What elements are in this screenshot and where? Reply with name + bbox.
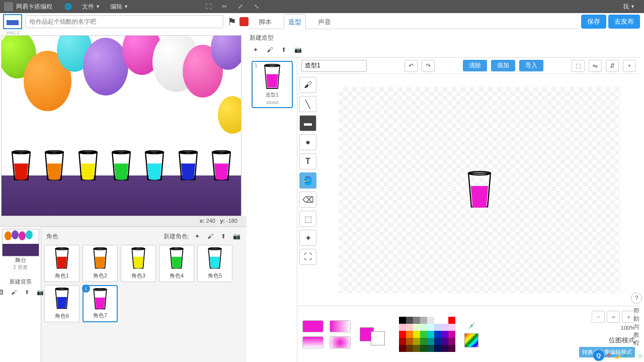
flip-v-icon[interactable]: ⇵ <box>606 60 619 72</box>
tool-line[interactable]: ╲ <box>299 96 316 112</box>
shrink-icon[interactable]: ⤡ <box>252 2 261 11</box>
palette-swatch[interactable] <box>434 317 441 324</box>
backdrop-paint-icon[interactable]: 🖌 <box>9 288 19 297</box>
menu-me[interactable]: 我▼ <box>623 3 635 11</box>
add-button[interactable]: 添加 <box>491 60 515 71</box>
palette-swatch[interactable] <box>448 331 455 338</box>
palette-swatch[interactable] <box>427 338 434 345</box>
palette-swatch[interactable] <box>399 331 406 338</box>
tool-brush[interactable]: 🖌 <box>299 77 316 93</box>
sprite-info-icon[interactable]: i <box>82 285 90 293</box>
paint-canvas[interactable] <box>339 87 620 293</box>
costume-paint-icon[interactable]: 🖌 <box>265 45 275 54</box>
palette-swatch[interactable] <box>399 324 406 331</box>
palette-swatch[interactable] <box>434 324 441 331</box>
tray-moon-icon[interactable]: 🌙 <box>614 352 621 359</box>
zoom-out-button[interactable]: － <box>592 311 605 323</box>
palette-swatch[interactable] <box>441 331 448 338</box>
tool-ellipse[interactable]: ● <box>299 134 316 150</box>
sprite-card[interactable]: i 角色7 <box>83 285 118 322</box>
fill-grad-v[interactable] <box>302 336 324 348</box>
palette-swatch[interactable] <box>441 338 448 345</box>
tray-shield-icon[interactable]: 🛡 <box>630 352 635 358</box>
crop-icon[interactable]: ⬚ <box>572 60 585 72</box>
stamp-icon[interactable]: ⛶ <box>204 2 213 11</box>
publish-button[interactable]: 去发布 <box>608 15 640 29</box>
stage-size-toggle[interactable] <box>3 14 22 29</box>
backdrop-library-icon[interactable]: 🖼 <box>0 288 6 297</box>
palette-swatch[interactable] <box>441 324 448 331</box>
stage-cup[interactable] <box>176 150 201 182</box>
costume-camera-icon[interactable]: 📷 <box>293 45 303 54</box>
palette-swatch[interactable] <box>406 324 413 331</box>
costume-library-icon[interactable]: ✦ <box>251 45 261 54</box>
sprite-card[interactable]: 角色4 <box>159 245 194 282</box>
sprite-card[interactable]: 角色5 <box>197 245 232 282</box>
tray-smile-icon[interactable]: ☺ <box>637 352 643 358</box>
globe-icon[interactable]: 🌐 <box>64 3 72 10</box>
stage-cup[interactable] <box>75 150 101 182</box>
clear-button[interactable]: 清除 <box>463 60 487 71</box>
palette-swatch[interactable] <box>406 331 413 338</box>
palette-swatch[interactable] <box>427 331 434 338</box>
palette-swatch[interactable] <box>448 338 455 345</box>
stage-cup[interactable] <box>209 150 234 182</box>
palette-swatch[interactable] <box>413 324 420 331</box>
sprite-library-icon[interactable]: ✦ <box>192 232 202 241</box>
palette-swatch[interactable] <box>406 317 413 324</box>
palette-swatch[interactable] <box>448 317 455 324</box>
undo-button[interactable]: ↶ <box>405 60 418 72</box>
palette-swatch[interactable] <box>399 345 406 352</box>
flip-h-icon[interactable]: ⇋ <box>589 60 602 72</box>
ime-indicator[interactable]: 中 <box>606 352 612 359</box>
current-back-color[interactable] <box>371 331 385 345</box>
help-button[interactable]: ? <box>631 293 642 304</box>
import-button[interactable]: 导入 <box>519 60 543 71</box>
fill-solid[interactable] <box>302 320 324 332</box>
stage-thumbnail[interactable] <box>2 229 39 256</box>
palette-swatch[interactable] <box>448 324 455 331</box>
green-flag-icon[interactable]: ⚑ <box>227 16 236 28</box>
palette-swatch[interactable] <box>427 345 434 352</box>
palette-swatch[interactable] <box>420 324 427 331</box>
palette-swatch[interactable] <box>441 317 448 324</box>
tool-text[interactable]: T <box>299 153 316 169</box>
palette-swatch[interactable] <box>420 345 427 352</box>
palette-swatch[interactable] <box>413 338 420 345</box>
palette-swatch[interactable] <box>434 345 441 352</box>
sprite-upload-icon[interactable]: ⬆ <box>218 232 228 241</box>
stage-cup[interactable] <box>9 150 34 182</box>
palette-swatch[interactable] <box>413 331 420 338</box>
save-button[interactable]: 保存 <box>581 15 606 29</box>
menu-edit[interactable]: 编辑▼ <box>110 3 128 11</box>
menu-file[interactable]: 文件▼ <box>82 3 100 11</box>
tool-select[interactable]: ⬚ <box>299 211 316 227</box>
tab-costumes[interactable]: 造型 <box>284 14 306 29</box>
palette-swatch[interactable] <box>448 345 455 352</box>
sprite-card[interactable]: 角色6 <box>44 285 79 322</box>
palette-swatch[interactable] <box>406 345 413 352</box>
sprite-paint-icon[interactable]: 🖌 <box>205 232 215 241</box>
fill-grad-h[interactable] <box>330 320 351 332</box>
palette-swatch[interactable] <box>434 331 441 338</box>
grow-icon[interactable]: ⤢ <box>236 2 245 11</box>
color-picker-icon[interactable] <box>464 333 478 347</box>
stage-cup[interactable] <box>109 150 134 182</box>
palette-swatch[interactable] <box>420 317 427 324</box>
sprite-card[interactable]: 角色1 <box>44 245 79 282</box>
tab-sounds[interactable]: 声音 <box>314 15 335 29</box>
redo-button[interactable]: ↷ <box>422 60 435 72</box>
sprite-card[interactable]: 角色3 <box>121 245 156 282</box>
costume-upload-icon[interactable]: ⬆ <box>279 45 289 54</box>
palette-swatch[interactable] <box>420 331 427 338</box>
palette-swatch[interactable] <box>399 317 406 324</box>
tab-scripts[interactable]: 脚本 <box>255 15 276 29</box>
zoom-reset-button[interactable]: ＝ <box>607 311 620 323</box>
stage-cup[interactable] <box>142 150 167 182</box>
palette-swatch[interactable] <box>420 338 427 345</box>
palette-swatch[interactable] <box>413 345 420 352</box>
palette-swatch[interactable] <box>434 338 441 345</box>
tool-stamp[interactable]: ⛶ <box>299 249 316 265</box>
palette-swatch[interactable] <box>427 324 434 331</box>
fill-grad-r[interactable] <box>330 336 351 348</box>
